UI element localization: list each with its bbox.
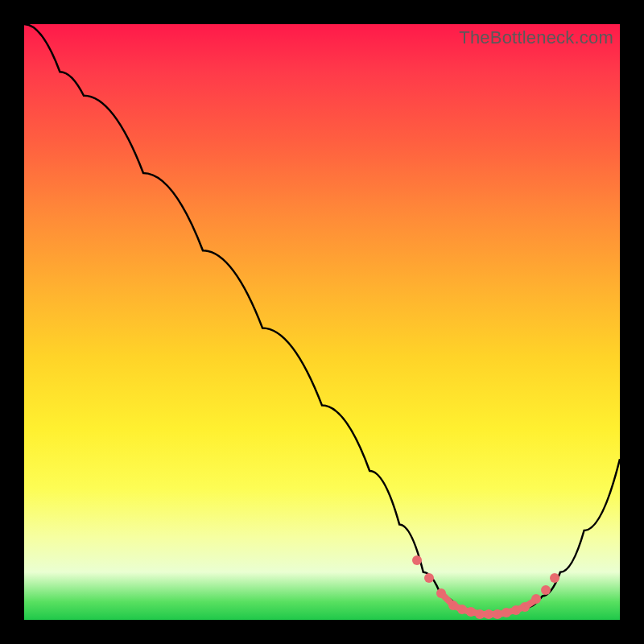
highlight-segment xyxy=(489,611,497,617)
highlight-dot xyxy=(424,573,434,583)
highlight-dot xyxy=(412,555,422,565)
chart-stage: TheBottleneck.com xyxy=(0,0,644,644)
curve-svg xyxy=(24,24,620,620)
plot-area: TheBottleneck.com xyxy=(24,24,620,620)
highlight-dot xyxy=(550,573,559,583)
highlight-segment xyxy=(522,597,538,609)
highlight-dot xyxy=(541,585,551,595)
watermark-text: TheBottleneck.com xyxy=(459,27,613,48)
bottleneck-curve xyxy=(24,24,620,614)
highlight-segment xyxy=(480,611,489,617)
